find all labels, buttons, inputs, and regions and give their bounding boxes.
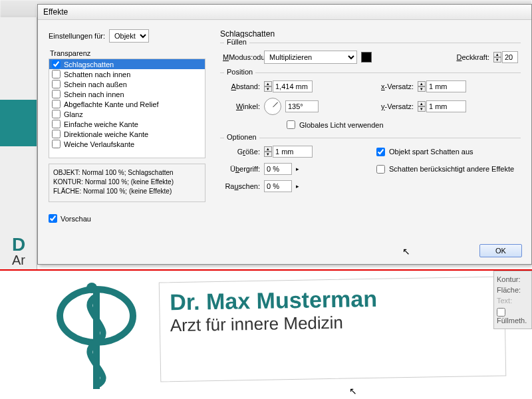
- settings-for-label: Einstellungen für:: [49, 32, 105, 40]
- effect-item[interactable]: Schlagschatten: [49, 59, 205, 69]
- effect-item[interactable]: Weiche Verlaufskante: [49, 139, 205, 149]
- angle-input[interactable]: [285, 100, 319, 112]
- x-offset-label: x-Versatz:: [376, 82, 414, 90]
- noise-label: Rauschen:: [223, 182, 260, 190]
- distance-spinner[interactable]: ▴▾: [264, 80, 313, 92]
- preview-checkbox[interactable]: [49, 214, 57, 223]
- opacity-label: Deckkraft:: [456, 53, 489, 61]
- y-offset-label: y-Versatz:: [376, 102, 414, 110]
- preview-label: Vorschau: [61, 215, 91, 223]
- y-offset-spinner[interactable]: ▴▾: [418, 100, 466, 112]
- guide-line: [0, 269, 532, 271]
- bg-subtitle: Ar: [12, 253, 25, 268]
- effect-item[interactable]: Einfache weiche Kante: [49, 119, 205, 129]
- effect-item[interactable]: Schatten nach innen: [49, 69, 205, 79]
- angle-label: Winkel:: [223, 102, 260, 110]
- fill-group-label: Füllen: [224, 38, 249, 46]
- effects-list[interactable]: Schlagschatten Schatten nach innen Schei…: [49, 59, 205, 158]
- effect-item[interactable]: Schein nach außen: [49, 79, 205, 89]
- spread-input[interactable]: [264, 163, 292, 175]
- bg-teal-bar: [0, 100, 37, 146]
- medical-logo: [47, 276, 146, 396]
- blend-mode-select[interactable]: Multiplizieren: [264, 51, 357, 64]
- noise-input[interactable]: [264, 180, 292, 192]
- opacity-spinner[interactable]: ▴▾: [493, 51, 518, 63]
- x-offset-spinner[interactable]: ▴▾: [418, 80, 466, 92]
- panel-title: Schlagschatten: [220, 29, 521, 39]
- knockout-label: Objekt spart Schatten aus: [389, 148, 473, 156]
- transparency-label: Transparenz: [50, 49, 205, 57]
- size-spinner[interactable]: ▴▾: [264, 146, 313, 158]
- business-card[interactable]: Dr. Max Musterman Arzt für innere Medizi…: [159, 276, 507, 382]
- honors-checkbox[interactable]: [376, 165, 385, 174]
- position-group-label: Position: [224, 68, 255, 76]
- shadow-color-swatch[interactable]: [361, 52, 372, 63]
- ok-button[interactable]: OK: [479, 244, 522, 257]
- angle-dial[interactable]: [264, 98, 281, 115]
- global-light-checkbox[interactable]: [287, 120, 295, 129]
- effect-item[interactable]: Schein nach innen: [49, 89, 205, 99]
- effect-item[interactable]: Glanz: [49, 109, 205, 119]
- effects-dialog: Effekte Einstellungen für: Objekt Transp…: [37, 4, 532, 265]
- attr-text: Text:: [497, 295, 529, 306]
- attributes-panel[interactable]: Kontur: Fläche: Text: Füllmeth.: [493, 271, 532, 329]
- settings-for-select[interactable]: Objekt: [109, 29, 149, 43]
- attr-kontur: Kontur:: [497, 274, 529, 285]
- options-group-label: Optionen: [224, 133, 259, 141]
- spread-label: Übergriff:: [223, 165, 260, 173]
- svg-point-2: [86, 283, 97, 293]
- knockout-checkbox[interactable]: [376, 148, 385, 156]
- dialog-title: Effekte: [38, 5, 531, 20]
- attr-flaeche: Fläche:: [497, 285, 529, 295]
- mode-label: MModus:odus:: [223, 53, 260, 61]
- honors-label: Schatten berücksichtigt andere Effekte: [389, 165, 514, 173]
- effect-item[interactable]: Direktionale weiche Kante: [49, 129, 205, 139]
- size-label: Größe:: [223, 148, 260, 156]
- attr-fuellmeth[interactable]: Füllmeth.: [497, 306, 529, 326]
- distance-label: Abstand:: [223, 82, 260, 90]
- effects-summary: OBJEKT: Normal 100 %; SchlagschattenKONT…: [49, 164, 205, 202]
- effect-item[interactable]: Abgeflachte Kante und Relief: [49, 99, 205, 109]
- global-light-label: Globales Licht verwenden: [299, 121, 384, 129]
